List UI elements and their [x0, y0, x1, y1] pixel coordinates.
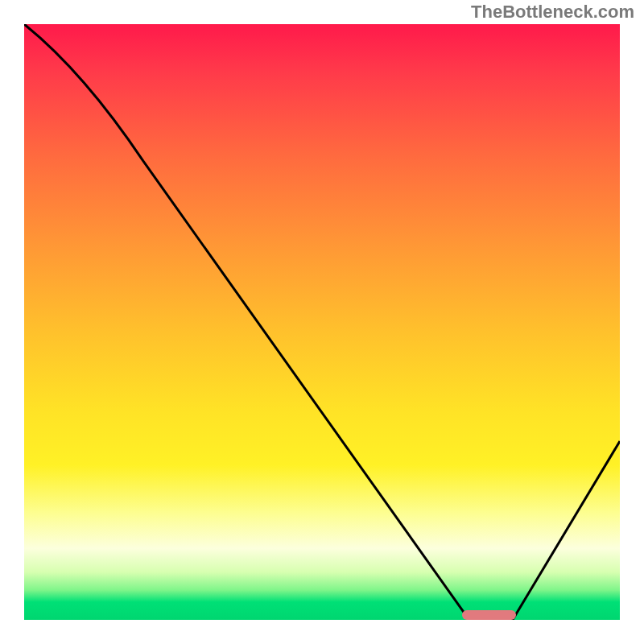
bottleneck-curve-path — [24, 24, 620, 620]
curve-svg — [24, 24, 620, 620]
optimal-range-marker — [462, 610, 516, 620]
plot-area — [24, 24, 620, 620]
bottleneck-chart: TheBottleneck.com — [0, 0, 644, 644]
watermark-text: TheBottleneck.com — [471, 2, 634, 23]
